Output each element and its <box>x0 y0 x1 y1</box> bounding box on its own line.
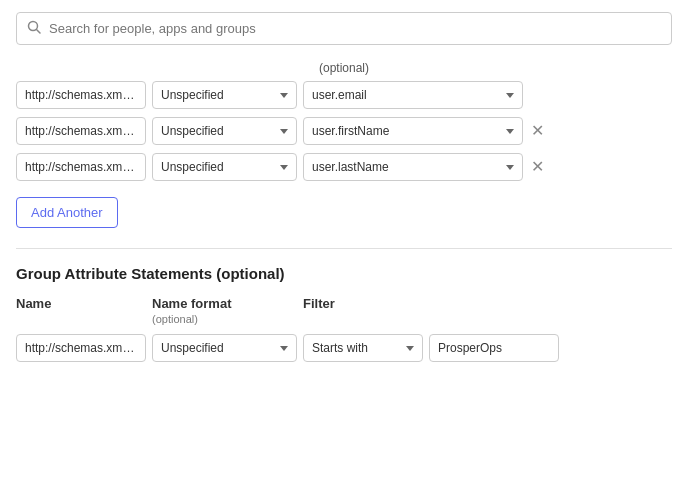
col-nameformat-label: Name format (optional) <box>152 296 297 326</box>
unspecified-select-3[interactable]: Unspecified <box>152 153 297 181</box>
group-filter-type-select[interactable]: Starts with <box>303 334 423 362</box>
value-select-3[interactable]: user.lastName <box>303 153 523 181</box>
url-field-1: http://schemas.xmlsc <box>16 81 146 109</box>
col-filter-label: Filter <box>303 296 335 326</box>
attribute-rows: http://schemas.xmlsc Unspecified user.em… <box>16 81 672 181</box>
unspecified-select-2[interactable]: Unspecified <box>152 117 297 145</box>
group-filter-value-input[interactable] <box>429 334 559 362</box>
remove-row-3-button[interactable]: ✕ <box>529 159 546 175</box>
url-field-2: http://schemas.xmlsc <box>16 117 146 145</box>
group-unspecified-select[interactable]: Unspecified <box>152 334 297 362</box>
group-attribute-row: http://schemas.xmlsc Unspecified Starts … <box>16 334 672 362</box>
group-section: Group Attribute Statements (optional) Na… <box>16 265 672 362</box>
group-table-header: Name Name format (optional) Filter <box>16 296 672 326</box>
attribute-row-3: http://schemas.xmlsc Unspecified user.la… <box>16 153 672 181</box>
unspecified-select-1[interactable]: Unspecified <box>152 81 297 109</box>
attribute-row-1: http://schemas.xmlsc Unspecified user.em… <box>16 81 672 109</box>
add-another-button[interactable]: Add Another <box>16 197 118 228</box>
url-field-3: http://schemas.xmlsc <box>16 153 146 181</box>
value-select-1[interactable]: user.email <box>303 81 523 109</box>
section-divider <box>16 248 672 249</box>
col-name-label: Name <box>16 296 146 326</box>
optional-label: (optional) <box>16 61 672 75</box>
svg-line-1 <box>37 30 41 34</box>
value-select-2[interactable]: user.firstName <box>303 117 523 145</box>
search-bar[interactable] <box>16 12 672 45</box>
search-input[interactable] <box>49 21 661 36</box>
search-icon <box>27 20 41 37</box>
remove-row-2-button[interactable]: ✕ <box>529 123 546 139</box>
attribute-row-2: http://schemas.xmlsc Unspecified user.fi… <box>16 117 672 145</box>
name-format-optional: (optional) <box>152 313 198 325</box>
group-url-field: http://schemas.xmlsc <box>16 334 146 362</box>
group-section-title: Group Attribute Statements (optional) <box>16 265 672 282</box>
